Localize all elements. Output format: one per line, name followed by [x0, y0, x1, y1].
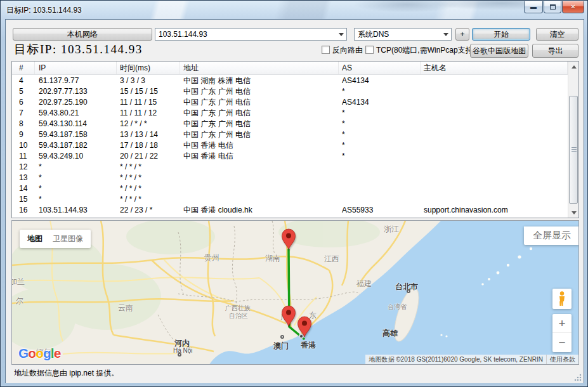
map-label: 自治区	[229, 312, 248, 320]
map-label: 高雄	[382, 328, 398, 339]
table-row[interactable]: 4 61.137.9.77 3 / 3 / 3 中国 湖南 株洲 电信 AS41…	[12, 75, 568, 86]
close-button[interactable]: ✕	[562, 1, 584, 13]
dns-combobox[interactable]: 系统DNS	[354, 28, 452, 41]
attribution-text: 地图数据 ©2018 GS(2011)6020 Google, SK telec…	[365, 355, 546, 364]
map-label: 加兰	[11, 277, 25, 287]
map-label: 尔	[16, 296, 23, 306]
minimize-button[interactable]: ▬	[524, 1, 543, 13]
col-ip[interactable]: IP	[35, 62, 117, 74]
fullscreen-button[interactable]: 全屏显示	[524, 226, 579, 245]
google-logo-letter: g	[43, 346, 51, 360]
col-hostname[interactable]: 主机名	[421, 62, 568, 74]
target-ip-combobox[interactable]: 103.51.144.93	[155, 28, 347, 41]
table-row[interactable]: 10 59.43.187.182 17 / 18 / 18 中国 香港 电信 *	[12, 140, 568, 151]
clear-button[interactable]: 清空	[536, 28, 578, 41]
table-row[interactable]: 8 59.43.130.114 12 / * / * 中国 广东 广州 电信 *	[12, 119, 568, 129]
terms-link[interactable]: 使用条款	[546, 355, 578, 364]
minimize-icon: ▬	[530, 4, 537, 10]
table-row[interactable]: 7 59.43.80.21 11 / 11 / 12 中国 广东 广州 电信 *	[12, 108, 568, 119]
add-button[interactable]: +	[455, 28, 469, 41]
col-number[interactable]: #	[12, 62, 35, 74]
col-time[interactable]: 时间(ms)	[117, 62, 180, 74]
map-pin-icon[interactable]	[281, 228, 296, 250]
pegman-control[interactable]	[552, 289, 572, 309]
table-row[interactable]: 16 103.51.144.93 22 / 23 / * 中国 香港 cloud…	[12, 205, 568, 216]
table-body: 4 61.137.9.77 3 / 3 / 3 中国 湖南 株洲 电信 AS41…	[12, 75, 568, 218]
app-window: 目标IP: 103.51.144.93 ▬ ✕ 本机网络 103.51.144.…	[0, 0, 588, 387]
map-label: 湖南	[265, 253, 280, 264]
table-row[interactable]: 6 202.97.25.190 11 / 11 / 15 中国 广东 广州 电信…	[12, 97, 568, 108]
table-scrollbar[interactable]	[568, 62, 578, 218]
map-pin-icon[interactable]	[297, 315, 312, 338]
table-row[interactable]: 11 59.43.249.10 20 / 21 / 22 中国 香港 电信 *	[12, 151, 568, 162]
table-row[interactable]: 5 202.97.77.133 15 / 15 / 15 中国 广东 广州 电信…	[12, 86, 568, 97]
map-type-control: 地图 卫星图像	[20, 230, 91, 248]
close-icon: ✕	[570, 4, 575, 10]
map-city-dot	[280, 335, 284, 339]
table-row[interactable]: 14 * * / * / *	[12, 183, 568, 194]
scroll-up-icon[interactable]	[568, 62, 579, 72]
status-text: 地址数据信息由 ipip.net 提供。	[14, 368, 119, 379]
map-label: 香港	[301, 340, 316, 351]
reverse-route-checkbox[interactable]	[322, 46, 330, 54]
map-label: 云南	[118, 303, 133, 313]
map-city-dot	[407, 289, 410, 293]
pegman-icon	[558, 291, 566, 306]
table-header[interactable]: # IP 时间(ms) 地址 AS 主机名	[12, 62, 578, 75]
zoom-control: + −	[552, 314, 572, 352]
titlebar[interactable]: 目标IP: 103.51.144.93	[1, 1, 587, 19]
start-button[interactable]: 开始	[472, 28, 530, 41]
table-row[interactable]: 15 * * / * / *	[12, 194, 568, 205]
map-type-map[interactable]: 地图	[27, 233, 42, 244]
export-button[interactable]: 导出	[532, 44, 578, 58]
route-map[interactable]: 加兰尔云南贵州湖南江西浙江福建广西壮族自治区广东台湾省台北市高雄澳门香港河内Hà…	[11, 220, 579, 365]
map-label: 江西	[324, 254, 339, 265]
zoom-out-button[interactable]: −	[552, 333, 572, 352]
map-label: 贵州	[204, 253, 219, 263]
target-ip-heading: 目标IP: 103.51.144.93	[14, 41, 143, 58]
scrollbar-thumb[interactable]	[569, 96, 578, 204]
google-logo[interactable]: Google	[18, 346, 60, 361]
window-title: 目标IP: 103.51.144.93	[6, 5, 82, 16]
target-ip-value: 103.51.144.93	[159, 30, 207, 39]
google-china-map-button[interactable]: 谷歌中国版地图	[470, 44, 528, 58]
hop-table: # IP 时间(ms) 地址 AS 主机名 4 61.137.9.77 3 / …	[11, 61, 579, 218]
table-row[interactable]: 9 59.43.187.158 13 / 13 / 14 中国 广东 广州 电信…	[12, 129, 568, 140]
zoom-in-button[interactable]: +	[552, 314, 572, 333]
col-as[interactable]: AS	[339, 62, 421, 74]
map-label: 福建	[356, 279, 372, 289]
map-attribution: 地图数据 ©2018 GS(2011)6020 Google, SK telec…	[365, 355, 578, 364]
reverse-route-label[interactable]: 反向路由	[332, 45, 363, 55]
chevron-down-icon[interactable]	[443, 33, 448, 36]
map-city-dot	[178, 353, 181, 357]
client-area: 本机网络 103.51.144.93 系统DNS + 开始 清空 目标IP: 1…	[5, 19, 584, 383]
chevron-down-icon[interactable]	[339, 33, 344, 36]
tcp-checkbox[interactable]	[365, 46, 374, 54]
map-label: 澳门	[273, 341, 289, 351]
map-label: Hà Nội	[173, 347, 193, 354]
maximize-button[interactable]	[544, 1, 561, 13]
dns-value: 系统DNS	[358, 29, 389, 40]
table-row[interactable]: 12 * * / * / *	[12, 162, 568, 173]
resize-grip[interactable]	[574, 374, 582, 381]
local-network-button[interactable]: 本机网络	[13, 28, 152, 41]
maximize-icon	[550, 4, 556, 10]
google-logo-letter: o	[28, 346, 36, 360]
google-logo-letter: G	[18, 346, 28, 360]
map-label: 浙江	[384, 224, 399, 235]
col-address[interactable]: 地址	[180, 62, 339, 74]
google-logo-letter: e	[54, 346, 61, 360]
map-type-satellite[interactable]: 卫星图像	[53, 233, 83, 244]
map-pin-icon[interactable]	[281, 305, 296, 327]
tcp-label[interactable]: TCP(80端口,需WinPcap支持)	[376, 45, 476, 55]
map-label: 台湾省	[388, 303, 407, 312]
scroll-down-icon[interactable]	[568, 207, 579, 218]
google-logo-letter: o	[36, 346, 43, 360]
table-row[interactable]: 13 * * / * / *	[12, 173, 568, 183]
